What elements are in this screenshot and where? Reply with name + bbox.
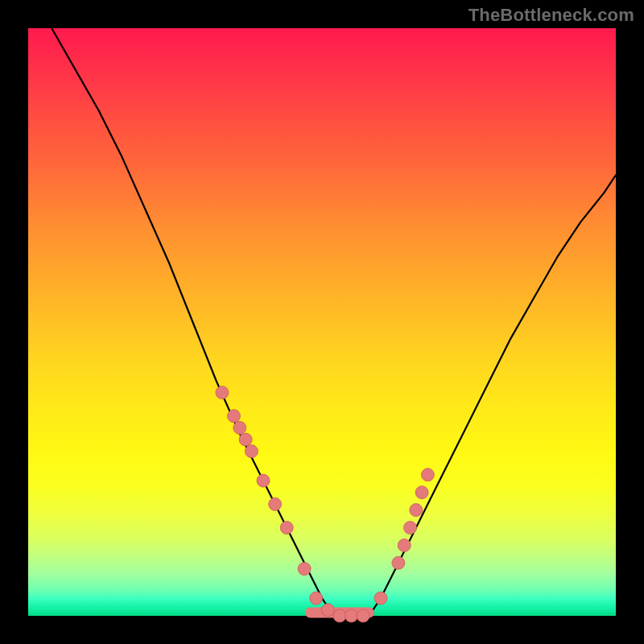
- marker-dot: [374, 592, 387, 605]
- marker-dot: [357, 609, 369, 622]
- marker-dot: [228, 410, 241, 423]
- marker-dot: [415, 486, 428, 499]
- marker-dot: [269, 497, 282, 510]
- marker-dot: [404, 522, 417, 535]
- marker-dot: [398, 539, 411, 551]
- marker-dot: [392, 556, 405, 569]
- bottleneck-curve: [52, 28, 616, 616]
- watermark-text: TheBottleneck.com: [469, 5, 634, 26]
- marker-dot: [345, 609, 358, 622]
- marker-dot: [321, 604, 334, 617]
- marker-dot: [245, 445, 258, 458]
- chart-svg: [28, 28, 616, 616]
- plot-area: [28, 28, 616, 616]
- marker-dot: [280, 522, 293, 535]
- marker-dot: [239, 433, 252, 446]
- marker-dot: [233, 421, 246, 434]
- marker-dot: [298, 563, 311, 576]
- chart-frame: TheBottleneck.com: [0, 0, 644, 644]
- marker-dot: [421, 469, 434, 481]
- sample-markers: [216, 386, 435, 622]
- marker-dot: [257, 474, 270, 487]
- marker-dot: [410, 504, 423, 517]
- marker-dot: [310, 592, 323, 605]
- marker-dot: [333, 609, 346, 622]
- marker-dot: [216, 386, 229, 399]
